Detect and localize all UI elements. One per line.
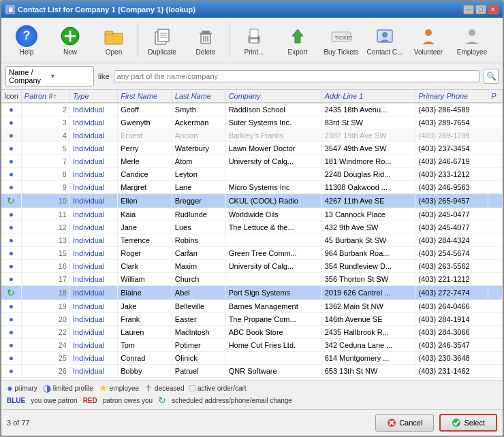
row-lastname: Leyton — [172, 168, 225, 181]
row-phone: (403) 272-7474 — [415, 286, 488, 300]
table-row[interactable]: ● 15 Individual Roger Carfan Green Tree … — [1, 247, 503, 260]
table-row[interactable]: ● 11 Individual Kaia Rudlunde Worldwide … — [1, 208, 503, 221]
maximize-button[interactable]: □ — [475, 5, 486, 14]
table-row[interactable]: ● 19 Individual Jake Belleville Barnes M… — [1, 300, 503, 313]
row-firstname: Clark — [118, 260, 172, 273]
export-icon — [287, 25, 309, 47]
select-button[interactable]: Select — [439, 414, 497, 432]
table-row[interactable]: ● 22 Individual Lauren MacIntosh ABC Boo… — [1, 326, 503, 339]
row-type: Individual — [69, 208, 117, 221]
table-row[interactable]: ● 13 Individual Terrence Robins 45 Burba… — [1, 234, 503, 247]
contact-button[interactable]: Contact C... — [364, 20, 406, 60]
table-row[interactable]: ● 4 Individual Ernest Ancion Barkley's F… — [1, 129, 503, 142]
row-flag — [488, 300, 503, 313]
help-button[interactable]: ? Help — [5, 20, 48, 60]
row-company: University of Calg... — [225, 155, 321, 168]
table-row[interactable]: ↻ 18 Individual Blaine Abel Port Sign Sy… — [1, 286, 503, 300]
row-patron: 22 — [21, 326, 69, 339]
row-firstname: Jane — [118, 221, 172, 234]
row-flag — [488, 326, 503, 339]
volunteer-button[interactable]: Volunteer — [407, 20, 450, 60]
row-flag — [488, 313, 503, 326]
col-company[interactable]: Company — [225, 90, 321, 103]
legend-limited-text: limited profile — [53, 385, 93, 392]
col-lastname[interactable]: Last Name — [172, 90, 225, 103]
print-button[interactable]: Print... — [233, 20, 275, 60]
search-input[interactable] — [114, 70, 479, 82]
legend-employee-icon: ★ — [99, 383, 108, 393]
col-phone[interactable]: Primary Phone — [415, 90, 488, 103]
window-controls: ─ □ ✕ — [463, 5, 499, 14]
table-row[interactable]: ● 25 Individual Conrad Olinick 614 Montg… — [1, 352, 503, 365]
contact-table: Icon Patron #↑ Type First Name Last Name… — [1, 90, 503, 381]
table-row[interactable]: ● 8 Individual Candice Leyton 2248 Dougl… — [1, 168, 503, 181]
row-patron: 20 — [21, 313, 69, 326]
col-addr[interactable]: Addr-Line 1 — [321, 90, 415, 103]
row-addr: 13 Cannock Place — [321, 208, 415, 221]
row-icon: ● — [1, 234, 21, 247]
row-phone: (403) 284-4324 — [415, 234, 488, 247]
row-type: Individual — [69, 116, 117, 129]
row-addr: 3547 49th Ave SW — [321, 142, 415, 155]
table-row[interactable]: ● 3 Individual Gwenyth Ackerman Suter Sy… — [1, 116, 503, 129]
table-row[interactable]: ● 9 Individual Margret Lane Micro System… — [1, 181, 503, 194]
export-button[interactable]: Export — [277, 20, 319, 60]
legend-blue-label: BLUE — [7, 397, 25, 404]
row-addr: 2019 626 Cantrel ... — [321, 286, 415, 300]
duplicate-button[interactable]: Duplicate — [141, 20, 183, 60]
search-field-select[interactable]: Name / Company ▼ — [5, 66, 94, 86]
buy-tickets-button[interactable]: TICKET Buy Tickets — [320, 20, 362, 60]
svg-rect-4 — [105, 31, 113, 35]
employee-button[interactable]: Employee — [451, 20, 493, 60]
row-firstname: Ernest — [118, 129, 172, 142]
table-header-row: Icon Patron #↑ Type First Name Last Name… — [1, 90, 503, 103]
contact-icon — [374, 25, 396, 47]
search-go-button[interactable]: 🔍 — [484, 69, 499, 84]
row-flag — [488, 273, 503, 286]
row-phone: (403) 265-9457 — [415, 194, 488, 208]
col-type[interactable]: Type — [69, 90, 117, 103]
minimize-button[interactable]: ─ — [463, 5, 474, 14]
open-button[interactable]: Open — [93, 20, 135, 60]
delete-button[interactable]: Delete — [185, 20, 227, 60]
row-firstname: Tom — [118, 339, 172, 352]
legend-employee-text: employee — [110, 385, 139, 392]
help-label: Help — [20, 48, 34, 56]
cancel-label: Cancel — [399, 419, 422, 427]
col-patron[interactable]: Patron #↑ — [21, 90, 69, 103]
record-count: 3 of 77 — [7, 419, 30, 427]
table-row[interactable]: ● 26 Individual Bobby Patruel QNR Softwa… — [1, 365, 503, 378]
table-row[interactable]: ● 17 Individual William Church 356 Thort… — [1, 273, 503, 286]
row-lastname: Patruel — [172, 365, 225, 378]
table-row[interactable]: ↻ 10 Individual Ellen Bregger CKUL (COOL… — [1, 194, 503, 208]
row-company: CKUL (COOL) Radio — [225, 194, 321, 208]
row-firstname: Roger — [118, 247, 172, 260]
table-row[interactable]: ● 24 Individual Tom Potimer Home Cut Fri… — [1, 339, 503, 352]
cancel-button[interactable]: Cancel — [375, 414, 434, 432]
table-row[interactable]: ● 7 Individual Merle Atom University of … — [1, 155, 503, 168]
table-row[interactable]: ● 12 Individual Jane Lues The Lettuce & … — [1, 221, 503, 234]
row-company: Port Sign Systems — [225, 286, 321, 300]
row-icon: ● — [1, 273, 21, 286]
col-icon[interactable]: Icon — [1, 90, 21, 103]
legend-order-icon: □ — [189, 383, 195, 393]
row-lastname: Carfan — [172, 247, 225, 260]
row-flag — [488, 168, 503, 181]
row-addr: 2435 Hallbrook R... — [321, 326, 415, 339]
volunteer-label: Volunteer — [414, 48, 443, 56]
row-type: Individual — [69, 300, 117, 313]
row-phone: (403) 230-3648 — [415, 352, 488, 365]
col-p[interactable]: P — [488, 90, 503, 103]
table-row[interactable]: ● 20 Individual Frank Easter The Propane… — [1, 313, 503, 326]
row-phone: (403) 284-3066 — [415, 326, 488, 339]
table-row[interactable]: ● 2 Individual Geoff Smyth Raddison Scho… — [1, 103, 503, 116]
row-icon: ● — [1, 221, 21, 234]
col-firstname[interactable]: First Name — [118, 90, 172, 103]
table-row[interactable]: ● 16 Individual Clark Maxim University o… — [1, 260, 503, 273]
row-flag — [488, 352, 503, 365]
legend-red-text: patron owes you — [103, 397, 153, 404]
close-button[interactable]: ✕ — [488, 5, 499, 14]
new-button[interactable]: New — [49, 20, 91, 60]
row-type: Individual — [69, 181, 117, 194]
table-row[interactable]: ● 5 Individual Perry Waterbury Lawn Mowe… — [1, 142, 503, 155]
